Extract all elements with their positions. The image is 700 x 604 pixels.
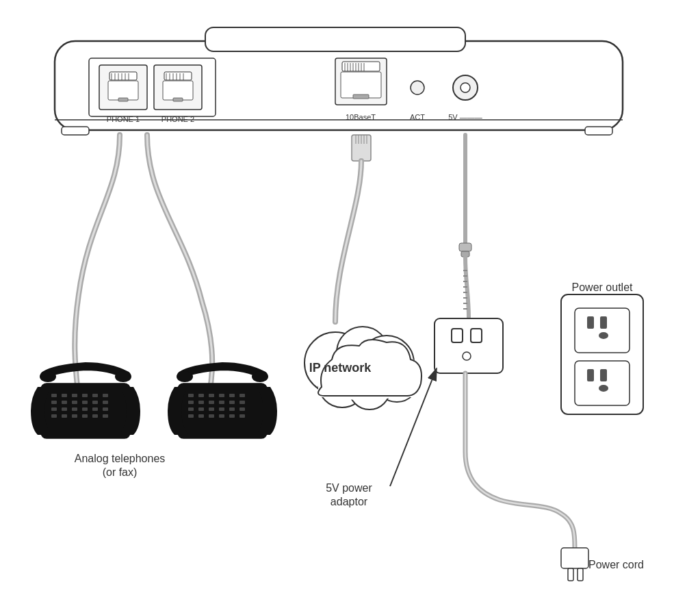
svg-rect-70 — [103, 414, 108, 418]
svg-rect-89 — [219, 407, 224, 411]
svg-rect-58 — [103, 401, 108, 404]
svg-rect-130 — [575, 308, 630, 353]
svg-rect-87 — [198, 407, 204, 411]
svg-rect-47 — [51, 394, 57, 397]
svg-rect-66 — [62, 414, 67, 418]
svg-rect-61 — [72, 407, 77, 411]
svg-rect-125 — [435, 318, 503, 373]
svg-rect-94 — [209, 414, 214, 418]
svg-rect-68 — [82, 414, 88, 418]
svg-rect-62 — [82, 407, 88, 411]
svg-rect-1 — [205, 27, 465, 51]
svg-rect-78 — [229, 394, 235, 397]
svg-text:5V ———: 5V ——— — [448, 113, 482, 121]
svg-text:10BaseT: 10BaseT — [346, 113, 376, 121]
svg-rect-95 — [219, 414, 224, 418]
svg-rect-127 — [471, 329, 482, 342]
svg-rect-97 — [239, 414, 245, 418]
svg-rect-50 — [82, 394, 88, 397]
svg-rect-83 — [219, 401, 224, 404]
svg-rect-55 — [72, 401, 77, 404]
svg-point-99 — [252, 371, 268, 382]
svg-rect-48 — [62, 394, 67, 397]
svg-rect-24 — [163, 81, 193, 100]
svg-rect-131 — [587, 316, 594, 329]
svg-rect-15 — [118, 98, 128, 101]
svg-point-128 — [463, 352, 471, 360]
svg-rect-65 — [51, 414, 57, 418]
svg-rect-88 — [209, 407, 214, 411]
svg-rect-14 — [108, 81, 138, 100]
svg-point-71 — [40, 371, 56, 382]
svg-text:Power cord: Power cord — [588, 559, 644, 570]
svg-point-41 — [411, 81, 424, 95]
svg-rect-81 — [198, 401, 204, 404]
svg-point-44 — [461, 83, 470, 92]
svg-rect-77 — [219, 394, 224, 397]
svg-rect-74 — [188, 394, 194, 397]
svg-rect-135 — [587, 369, 594, 381]
svg-rect-80 — [188, 401, 194, 404]
svg-rect-136 — [600, 369, 607, 381]
svg-rect-91 — [239, 407, 245, 411]
svg-rect-49 — [72, 394, 77, 397]
svg-text:adaptor: adaptor — [330, 496, 368, 507]
svg-point-98 — [177, 371, 193, 382]
svg-rect-67 — [72, 414, 77, 418]
svg-text:PHONE 1: PHONE 1 — [107, 115, 140, 123]
svg-text:(or fax): (or fax) — [103, 466, 138, 478]
svg-rect-132 — [600, 316, 607, 329]
svg-rect-139 — [561, 548, 588, 568]
svg-text:5V power: 5V power — [326, 482, 372, 494]
svg-rect-59 — [51, 407, 57, 411]
svg-rect-69 — [92, 414, 98, 418]
svg-rect-75 — [198, 394, 204, 397]
svg-text:PHONE 2: PHONE 2 — [161, 115, 194, 123]
svg-rect-93 — [198, 414, 204, 418]
svg-rect-96 — [229, 414, 235, 418]
svg-rect-141 — [578, 568, 583, 581]
svg-rect-126 — [452, 329, 463, 342]
svg-rect-64 — [103, 407, 108, 411]
svg-rect-7 — [109, 72, 137, 80]
svg-rect-51 — [92, 394, 98, 397]
svg-text:Power outlet: Power outlet — [572, 281, 633, 293]
svg-rect-85 — [239, 401, 245, 404]
svg-text:ACT: ACT — [410, 113, 425, 121]
svg-rect-60 — [62, 407, 67, 411]
svg-point-133 — [599, 332, 608, 339]
svg-rect-56 — [82, 401, 88, 404]
svg-rect-38 — [341, 72, 381, 98]
svg-point-72 — [115, 371, 131, 382]
svg-text:IP network: IP network — [309, 361, 372, 375]
svg-rect-84 — [229, 401, 235, 404]
svg-rect-63 — [92, 407, 98, 411]
svg-rect-4 — [585, 127, 612, 135]
svg-rect-115 — [459, 243, 471, 251]
svg-rect-17 — [164, 72, 192, 80]
svg-rect-92 — [188, 414, 194, 418]
svg-point-137 — [599, 385, 608, 392]
svg-rect-86 — [188, 407, 194, 411]
svg-text:Analog telephones: Analog telephones — [75, 453, 166, 464]
svg-rect-76 — [209, 394, 214, 397]
svg-rect-134 — [575, 361, 630, 405]
svg-rect-3 — [62, 127, 89, 135]
svg-rect-140 — [568, 568, 573, 581]
svg-rect-53 — [51, 401, 57, 404]
svg-rect-57 — [92, 401, 98, 404]
svg-rect-54 — [62, 401, 67, 404]
diagram: PHONE 1 PHONE 2 10BaseT ACT 5V — [0, 0, 700, 604]
svg-rect-52 — [103, 394, 108, 397]
svg-rect-82 — [209, 401, 214, 404]
svg-rect-39 — [353, 95, 369, 99]
svg-rect-79 — [239, 394, 245, 397]
svg-rect-25 — [173, 98, 183, 101]
svg-rect-90 — [229, 407, 235, 411]
